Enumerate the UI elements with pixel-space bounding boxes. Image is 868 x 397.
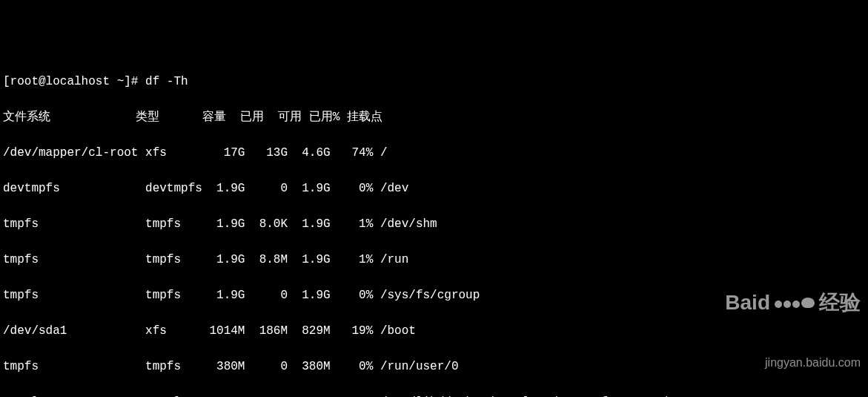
term-line-prev: [root@localhost ~]# df -Th: [3, 73, 865, 91]
df-row: tmpfs tmpfs 380M 0 380M 0% /run/user/0: [3, 358, 865, 375]
df-row: devtmpfs devtmpfs 1.9G 0 1.9G 0% /dev: [3, 180, 865, 197]
df-row: tmpfs tmpfs 1.9G 0 1.9G 0% /sys/fs/cgrou…: [3, 286, 865, 304]
df-header: 文件系统 类型 容量 已用 可用 已用% 挂载点: [3, 108, 865, 126]
df-row: /dev/mapper/cl-root xfs 17G 13G 4.6G 74%…: [3, 144, 865, 162]
df-row: overlay overlay 17G 13G 4.6G 74% /var/li…: [3, 393, 865, 397]
df-row: tmpfs tmpfs 1.9G 8.8M 1.9G 1% /run: [3, 251, 865, 269]
df-row: tmpfs tmpfs 1.9G 8.0K 1.9G 1% /dev/shm: [3, 215, 865, 233]
df-row: /dev/sda1 xfs 1014M 186M 829M 19% /boot: [3, 322, 865, 340]
